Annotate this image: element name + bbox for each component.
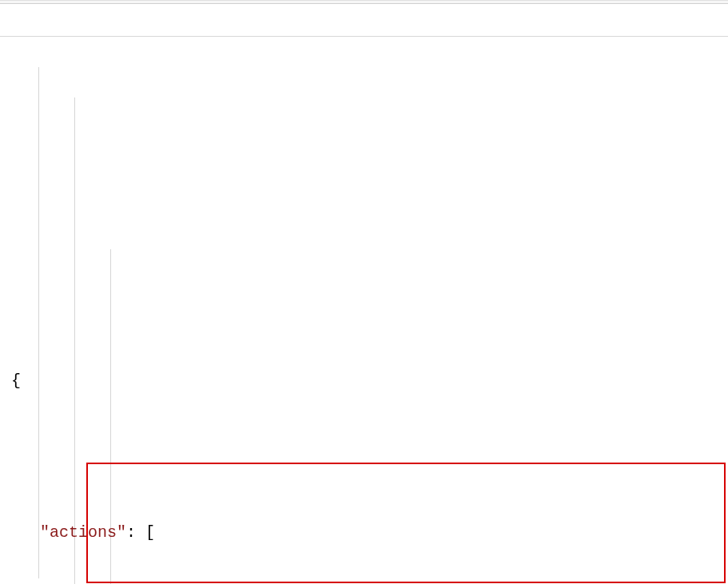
code-line: { bbox=[11, 366, 728, 396]
indent-guide bbox=[74, 97, 75, 584]
top-divider bbox=[0, 0, 728, 4]
code-editor[interactable]: { "actions": [ { "verb": "createSPList",… bbox=[0, 0, 728, 584]
bracket-open: [ bbox=[145, 523, 155, 542]
punct: : bbox=[126, 523, 145, 542]
brace-open: { bbox=[11, 371, 21, 390]
indent-guide bbox=[38, 67, 39, 578]
code-line: "actions": [ bbox=[11, 518, 728, 548]
editor-divider bbox=[0, 36, 728, 37]
json-key: "actions" bbox=[40, 523, 126, 542]
